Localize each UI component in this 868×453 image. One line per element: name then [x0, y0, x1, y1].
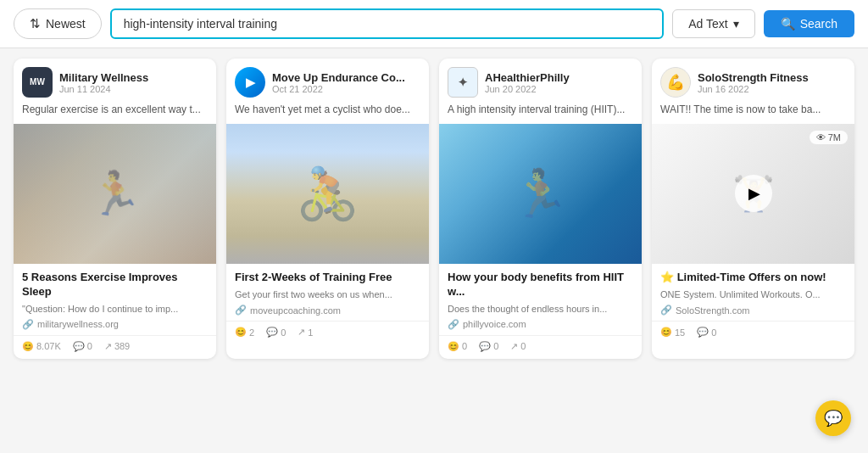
card-healthierphilly: ✦ AHealthierPhilly Jun 20 2022 A high in…	[439, 59, 642, 359]
card-title: 5 Reasons Exercise Improves Sleep	[14, 264, 216, 303]
shares-stat: ↗ 1	[298, 327, 313, 338]
chat-bubble[interactable]: 💬	[815, 400, 851, 436]
card-footer: 😊 8.07K 💬 0 ↗ 389	[14, 335, 216, 359]
search-submit-label: Search	[800, 17, 837, 31]
url-text: SoloStrength.com	[676, 305, 749, 316]
card-date: Oct 21 2022	[272, 84, 405, 94]
card-desc: ONE System. Unlimited Workouts. O...	[652, 288, 854, 305]
card-military-wellness: MW Military Wellness Jun 11 2024 Regular…	[14, 59, 216, 359]
avatar: 💪	[660, 67, 691, 98]
url-text: militarywellness.org	[37, 319, 119, 329]
card-image: 🏃	[14, 124, 216, 264]
share-icon: ↗	[510, 341, 518, 352]
card-footer: 😊 0 💬 0 ↗ 0	[439, 335, 642, 359]
url-text: phillyvoice.com	[463, 319, 526, 329]
react-icon: 😊	[660, 327, 672, 338]
react-icon: 😊	[448, 341, 459, 352]
card-meta: SoloStrength Fitness Jun 16 2022	[698, 71, 809, 94]
card-snippet: We haven't yet met a cyclist who doe...	[226, 103, 429, 124]
comment-icon: 💬	[73, 341, 85, 352]
comment-icon: 💬	[479, 341, 491, 352]
card-meta: Military Wellness Jun 11 2024	[59, 71, 148, 94]
header: ⇅ Newest Ad Text ▾ 🔍 Search	[0, 0, 868, 48]
card-header: ✦ AHealthierPhilly Jun 20 2022	[439, 59, 642, 103]
link-icon: 🔗	[22, 319, 34, 330]
avatar: ✦	[448, 67, 478, 98]
hiit-illustration: 🏃	[439, 124, 642, 264]
search-submit-button[interactable]: 🔍 Search	[764, 10, 854, 37]
shares-stat: ↗ 0	[510, 341, 526, 352]
shares-count: 1	[308, 327, 313, 338]
card-date: Jun 11 2024	[59, 84, 148, 94]
card-meta: AHealthierPhilly Jun 20 2022	[485, 71, 570, 94]
comments-count: 0	[711, 327, 716, 338]
card-snippet: A high intensity interval training (HIIT…	[439, 103, 642, 124]
comments-count: 0	[87, 341, 92, 351]
reactions-count: 0	[462, 341, 467, 351]
card-title-text: Limited-Time Offers on now!	[677, 271, 826, 283]
eye-icon: 👁	[816, 132, 826, 143]
video-view-badge: 👁 7M	[810, 131, 848, 144]
play-button[interactable]: ▶	[735, 175, 772, 212]
card-desc: Does the thought of endless hours in...	[439, 303, 642, 319]
card-desc: "Question: How do I continue to imp...	[14, 303, 216, 319]
shares-count: 0	[520, 341, 526, 351]
ad-text-label: Ad Text	[688, 17, 727, 31]
card-title: ⭐ Limited-Time Offers on now!	[652, 264, 854, 288]
react-icon: 😊	[235, 327, 247, 338]
reactions-stat: 😊 15	[660, 327, 685, 338]
card-title: How your body benefits from HIIT w...	[439, 264, 642, 303]
card-name: SoloStrength Fitness	[698, 71, 809, 84]
comments-stat: 💬 0	[479, 341, 498, 352]
search-icon: 🔍	[781, 17, 795, 31]
comment-icon: 💬	[697, 327, 709, 338]
chevron-down-icon: ▾	[733, 17, 739, 31]
url-text: moveupcoaching.com	[250, 305, 341, 316]
comments-stat: 💬 0	[266, 327, 286, 338]
card-date: Jun 20 2022	[485, 84, 570, 94]
card-meta: Move Up Endurance Co... Oct 21 2022	[272, 71, 405, 94]
card-title: First 2-Weeks of Training Free	[226, 264, 429, 288]
avatar: ▶	[235, 67, 265, 98]
card-name: Move Up Endurance Co...	[272, 71, 405, 84]
ad-text-button[interactable]: Ad Text ▾	[672, 9, 754, 38]
search-input[interactable]	[110, 8, 665, 39]
card-url: 🔗 phillyvoice.com	[439, 319, 642, 335]
card-name: Military Wellness	[59, 71, 148, 84]
card-header: MW Military Wellness Jun 11 2024	[14, 59, 216, 103]
sort-icon: ⇅	[30, 16, 41, 31]
card-snippet: WAIT!! The time is now to take ba...	[652, 103, 854, 124]
reactions-stat: 😊 8.07K	[22, 341, 61, 352]
reactions-stat: 😊 0	[448, 341, 467, 352]
card-snippet: Regular exercise is an excellent way t..…	[14, 103, 216, 124]
comments-stat: 💬 0	[73, 341, 92, 352]
card-header: 💪 SoloStrength Fitness Jun 16 2022	[652, 59, 854, 103]
card-image: 🚴	[226, 124, 429, 264]
sort-button[interactable]: ⇅ Newest	[14, 8, 102, 39]
card-footer: 😊 15 💬 0	[652, 321, 854, 344]
cycling-illustration: 🚴	[226, 124, 429, 264]
link-icon: 🔗	[235, 305, 247, 316]
comments-stat: 💬 0	[697, 327, 716, 338]
card-solostrength: 💪 SoloStrength Fitness Jun 16 2022 WAIT!…	[652, 59, 854, 359]
shares-stat: ↗ 389	[104, 341, 130, 352]
card-moveup: ▶ Move Up Endurance Co... Oct 21 2022 We…	[226, 59, 429, 359]
card-header: ▶ Move Up Endurance Co... Oct 21 2022	[226, 59, 429, 103]
card-image: 🏃	[439, 124, 642, 264]
card-url: 🔗 moveupcoaching.com	[226, 305, 429, 321]
star-icon: ⭐	[660, 271, 674, 283]
share-icon: ↗	[104, 341, 112, 352]
avatar: MW	[22, 67, 53, 98]
share-icon: ↗	[298, 327, 305, 338]
sort-label: Newest	[46, 17, 86, 31]
reactions-stat: 😊 2	[235, 327, 254, 338]
card-footer: 😊 2 💬 0 ↗ 1	[226, 321, 429, 344]
chat-icon: 💬	[824, 409, 843, 428]
comments-count: 0	[281, 327, 286, 338]
play-icon: ▶	[748, 184, 760, 203]
card-desc: Get your first two weeks on us when...	[226, 288, 429, 305]
cards-grid: MW Military Wellness Jun 11 2024 Regular…	[0, 48, 868, 369]
card-image: 👁 7M ▶ 🏋	[652, 124, 854, 264]
react-icon: 😊	[22, 341, 34, 352]
exercise-illustration: 🏃	[14, 124, 216, 264]
